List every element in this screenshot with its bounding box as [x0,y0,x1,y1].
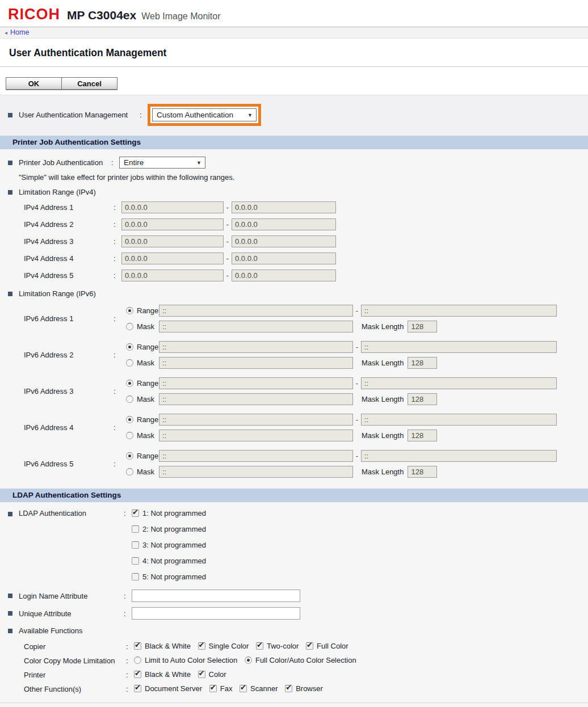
ldap-auth-checkbox[interactable] [132,525,139,533]
ipv6-mask-radio[interactable] [126,395,133,403]
other-function-option-label: Fax [220,684,233,693]
ipv4-from-input[interactable] [121,253,224,264]
ipv4-address-row: IPv4 Address 1 : - [24,201,588,213]
ipv4-address-label: IPv4 Address 4 [24,254,114,263]
ldap-auth-checkbox[interactable] [132,510,139,517]
copier-option: Full Color [306,642,348,650]
printer-checkbox[interactable] [198,671,205,678]
breadcrumb-home-link[interactable]: Home [10,28,29,36]
copier-option-label: Full Color [317,642,348,650]
copier-checkbox[interactable] [134,642,141,650]
ipv4-from-input[interactable] [121,218,224,230]
other-function-checkbox[interactable] [134,685,141,692]
printer-option: Color [198,670,226,679]
page-title-block: User Authentication Management [0,39,588,67]
ipv6-range-radio[interactable] [126,307,133,314]
ipv6-range-radio[interactable] [126,416,133,423]
ipv6-range-from-input[interactable] [159,305,353,317]
copier-checkbox[interactable] [256,642,263,650]
mask-length-input[interactable] [408,357,437,369]
printer-job-auth-select[interactable]: Entire ▼ [119,157,205,169]
mask-radio-label: Mask [137,359,154,367]
mask-length-input[interactable] [408,466,437,478]
ipv6-rows: IPv6 Address 1 : Range - [0,305,588,478]
mask-length-input[interactable] [408,430,437,441]
breadcrumb: ◂ Home [0,27,588,39]
color-copy-mode-option-label: Limit to Auto Color Selection [145,656,237,664]
ipv6-mask-input[interactable] [159,321,353,333]
printer-checkbox[interactable] [134,671,141,678]
ldap-auth-checkbox[interactable] [132,541,139,549]
login-name-attr-input[interactable] [132,590,300,602]
ipv4-from-input[interactable] [121,201,224,213]
login-name-attr-label: Login Name Attribute [19,592,124,600]
available-functions-label: Available Functions [19,626,83,635]
ipv6-range-to-input[interactable] [361,305,557,317]
ipv4-to-input[interactable] [232,235,336,247]
copier-checkbox[interactable] [198,642,205,650]
ipv6-range-radio[interactable] [126,343,133,351]
ipv6-range-to-input[interactable] [361,377,557,389]
ipv6-range-radio[interactable] [126,380,133,387]
ipv6-mask-radio[interactable] [126,359,133,367]
color-copy-mode-option-label: Full Color/Auto Color Selection [255,656,356,664]
ipv6-range-from-input[interactable] [159,414,353,426]
ipv4-from-input[interactable] [121,235,224,247]
user-auth-select[interactable]: Custom Authentication ▼ [152,108,257,121]
app-title: Web Image Monitor [141,11,220,22]
chevron-down-icon: ▼ [247,112,253,118]
other-function-checkbox[interactable] [285,685,292,692]
ipv6-range-from-input[interactable] [159,450,353,462]
ipv6-mask-radio[interactable] [126,323,133,330]
ipv4-address-row: IPv4 Address 4 : - [24,253,588,264]
color-copy-mode-radio[interactable] [245,657,252,664]
ipv6-range-from-input[interactable] [159,377,353,389]
content-area: User Authentication Management : Custom … [0,95,588,707]
unique-attr-input[interactable] [132,607,300,620]
other-function-checkbox[interactable] [240,685,247,692]
ipv6-range-to-input[interactable] [361,414,557,426]
ipv6-mask-input[interactable] [159,393,353,405]
other-function-checkbox[interactable] [209,685,217,692]
ipv6-address-block: IPv6 Address 5 : Range - [0,450,588,478]
user-auth-select-value: Custom Authentication [157,111,233,119]
bullet-icon [8,190,12,195]
ipv4-to-input[interactable] [232,218,336,230]
ipv6-mask-input[interactable] [159,357,353,369]
cancel-button-top[interactable]: Cancel [61,77,117,90]
ldap-auth-checkbox[interactable] [132,573,139,580]
ipv6-mask-input[interactable] [159,466,353,478]
mask-length-input[interactable] [408,321,437,333]
mask-length-label: Mask Length [362,395,404,403]
ipv6-mask-radio[interactable] [126,432,133,439]
ipv6-range-to-input[interactable] [361,450,557,462]
ipv6-range-to-input[interactable] [361,341,557,353]
ipv6-address-block: IPv6 Address 3 : Range - [0,377,588,405]
color-copy-mode-radio[interactable] [134,657,141,664]
ipv6-address-block: IPv6 Address 4 : Range - [0,414,588,441]
copier-options: Black & White Single Color Two-color [134,642,354,651]
copier-label: Copier [24,642,126,651]
unique-attr-label: Unique Attribute [19,609,124,618]
ipv4-to-input[interactable] [232,201,336,213]
ipv6-range-radio[interactable] [126,452,133,460]
mask-length-label: Mask Length [362,431,404,440]
ipv4-to-input[interactable] [232,253,336,264]
mask-radio-label: Mask [137,322,154,331]
mask-length-input[interactable] [408,393,437,405]
range-radio-label: Range [137,379,158,388]
ldap-auth-option: 5: Not programmed [132,573,206,581]
ipv6-mask-input[interactable] [159,430,353,441]
ipv6-mask-radio[interactable] [126,468,133,475]
ipv4-to-input[interactable] [232,270,336,281]
printer-label: Printer [24,671,126,679]
ldap-auth-checkbox[interactable] [132,557,139,565]
ipv6-range-from-input[interactable] [159,341,353,353]
simple-note: "Simple" will take effect for printer jo… [19,173,588,182]
ipv4-from-input[interactable] [121,270,224,281]
other-function-option: Document Server [134,684,202,693]
copier-checkbox[interactable] [306,642,313,650]
ok-button-top[interactable]: OK [6,77,62,90]
page-title: User Authentication Management [9,47,588,59]
ldap-auth-label: LDAP Authentication [19,509,124,517]
